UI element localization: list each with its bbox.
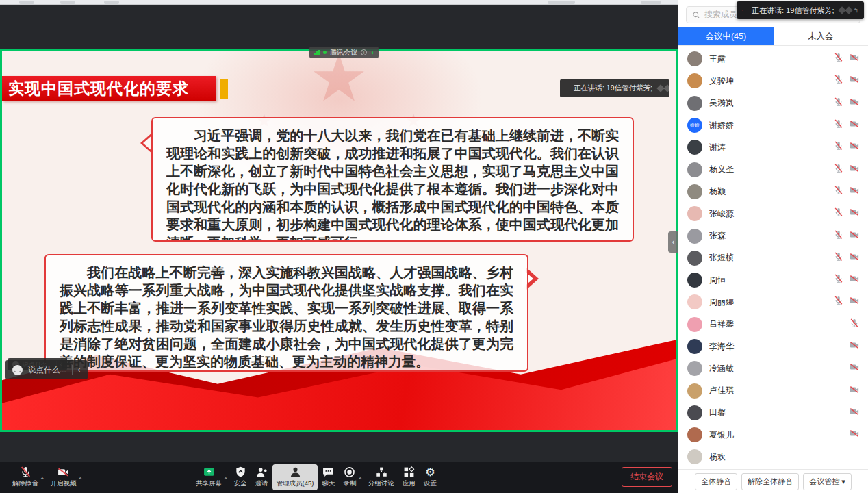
member-status-icons: [834, 164, 859, 176]
camera-off-icon[interactable]: [850, 252, 859, 264]
mic-muted-icon[interactable]: [834, 53, 843, 65]
meeting-logo-watermark: ↰: [839, 8, 858, 13]
panel-collapse-handle[interactable]: ‹: [668, 231, 678, 253]
member-list[interactable]: 王露 义骏坤 吴漪岚: [678, 48, 868, 469]
member-row[interactable]: 周恒: [678, 269, 868, 291]
mute-all-button[interactable]: 全体静音: [695, 473, 737, 490]
gold-accent-bar: [220, 79, 228, 99]
camera-off-icon[interactable]: [850, 429, 859, 441]
mic-muted-icon[interactable]: [834, 230, 843, 242]
member-row[interactable]: 卢佳琪: [678, 379, 868, 401]
avatar: [687, 339, 702, 354]
chat-placeholder[interactable]: 说点什么...: [28, 365, 66, 375]
toolbar-chat-button[interactable]: 聊天: [318, 464, 339, 490]
camera-off-icon[interactable]: [850, 385, 859, 397]
chevron-up-icon[interactable]: ⌃: [223, 477, 229, 483]
mic-muted-icon[interactable]: [834, 274, 843, 286]
chevron-left-icon[interactable]: ‹: [78, 365, 81, 375]
mic-muted-icon[interactable]: [834, 186, 843, 198]
member-row[interactable]: 谢涛: [678, 136, 868, 158]
camera-off-icon[interactable]: [850, 362, 859, 375]
camera-off-icon[interactable]: [850, 407, 859, 419]
member-row[interactable]: 李海华: [678, 336, 868, 357]
member-row[interactable]: 义骏坤: [678, 70, 868, 92]
slide-text-block-1: 习近平强调，党的十八大以来，我们党在已有基础上继续前进，不断实现理论和实践上的创…: [151, 117, 634, 242]
toolbar-settings-button[interactable]: ⚙ 设置: [420, 464, 441, 490]
mic-muted-icon[interactable]: [834, 296, 843, 308]
camera-off-icon[interactable]: [850, 53, 859, 65]
toolbar-manage-members-button[interactable]: 管理成员(45): [272, 464, 318, 490]
chat-quick-pill[interactable]: 说点什么... ‹: [5, 360, 88, 379]
search-placeholder: 搜索成员: [704, 9, 737, 21]
camera-off-icon[interactable]: [850, 186, 859, 198]
member-row[interactable]: 杨欢: [678, 446, 868, 468]
meeting-control-button[interactable]: 会议管控 ▾: [803, 473, 852, 490]
toolbar-apps-button[interactable]: 应用: [398, 464, 420, 490]
member-row[interactable]: 田馨: [678, 402, 868, 424]
toolbar-security-button[interactable]: 安全: [230, 464, 251, 490]
member-row[interactable]: 吕祥馨: [678, 314, 868, 336]
background-window-strip: [0, 0, 678, 5]
camera-off-icon[interactable]: [850, 230, 859, 242]
member-row[interactable]: 周丽娜: [678, 291, 868, 313]
member-row[interactable]: 张煜桢: [678, 247, 868, 269]
member-row[interactable]: 娇娇 谢娇娇: [678, 114, 868, 136]
toolbar-item-label: 聊天: [322, 479, 335, 488]
camera-off-icon[interactable]: [850, 340, 859, 353]
panel-tabs: 会议中(45) 未入会: [678, 27, 868, 46]
camera-off-icon[interactable]: [850, 207, 859, 220]
camera-off-icon[interactable]: [850, 75, 859, 87]
mic-muted-icon[interactable]: [834, 207, 843, 220]
member-row[interactable]: 杨颍: [678, 181, 868, 203]
mic-muted-icon[interactable]: [834, 164, 843, 176]
screen-share-icon: [203, 466, 215, 478]
toolbar-item-label: 应用: [403, 479, 416, 488]
avatar: [687, 427, 702, 442]
tab-not-joined[interactable]: 未入会: [774, 27, 868, 45]
chevron-up-icon[interactable]: ⌃: [40, 477, 45, 483]
toolbar-share-screen-button[interactable]: 共享屏幕: [192, 464, 226, 490]
toolbar-invite-button[interactable]: 邀请: [251, 464, 272, 490]
member-row[interactable]: 冷涵敏: [678, 357, 868, 379]
avatar: [687, 140, 702, 155]
camera-off-icon[interactable]: [850, 141, 859, 153]
toolbar-unmute-button[interactable]: 解除静音: [8, 464, 42, 490]
mic-muted-icon[interactable]: [834, 75, 843, 87]
meeting-pill-label: 腾讯会议: [330, 48, 357, 58]
avatar: [687, 73, 702, 88]
end-meeting-button[interactable]: 结束会议: [622, 467, 672, 487]
camera-off-icon[interactable]: [850, 119, 859, 131]
unmute-all-button[interactable]: 解除全体静音: [741, 473, 799, 490]
member-name: 卢佳琪: [709, 385, 843, 396]
toolbar-start-video-button[interactable]: 开启视频: [47, 464, 81, 490]
member-row[interactable]: 王露: [678, 48, 868, 70]
emoji-icon[interactable]: [12, 365, 23, 375]
mic-muted-icon[interactable]: [834, 119, 843, 131]
camera-off-icon[interactable]: [850, 274, 859, 286]
mic-muted-icon[interactable]: [834, 97, 843, 110]
camera-off-icon[interactable]: [850, 296, 859, 308]
mic-muted-icon[interactable]: [850, 318, 859, 331]
speaking-toast: 正在讲话: 19信管付紫芳; ↰: [737, 1, 864, 19]
mic-muted-icon[interactable]: [834, 252, 843, 264]
background-tab: [641, 1, 661, 4]
camera-off-icon[interactable]: [850, 164, 859, 176]
member-row[interactable]: 杨义圣: [678, 158, 868, 180]
chevron-up-icon[interactable]: ⌃: [78, 477, 84, 483]
avatar: [687, 361, 702, 376]
meeting-window: ★ ★ ★ 实现中国式现代化的要求 正在讲话: 19信管付紫芳;: [0, 0, 868, 493]
meeting-toolbar: 解除静音 ⌃ 开启视频 ⌃ 共享屏幕 ⌃ 安全: [0, 462, 678, 493]
member-row[interactable]: 夏银儿: [678, 424, 868, 446]
toolbar-item-label: 设置: [424, 479, 437, 488]
toolbar-breakout-button[interactable]: 分组讨论: [364, 464, 398, 490]
member-row[interactable]: 吴漪岚: [678, 92, 868, 114]
info-icon[interactable]: i: [361, 49, 367, 55]
mic-muted-icon[interactable]: [834, 141, 843, 153]
meeting-status-pill[interactable]: 腾讯会议 i ◖: [309, 47, 379, 58]
camera-off-icon[interactable]: [850, 97, 859, 110]
tab-in-meeting[interactable]: 会议中(45): [678, 27, 774, 45]
chevron-up-icon[interactable]: ⌃: [357, 477, 363, 483]
member-row[interactable]: 张森: [678, 225, 868, 246]
member-name: 李海华: [709, 341, 843, 353]
member-row[interactable]: 张峻源: [678, 203, 868, 225]
